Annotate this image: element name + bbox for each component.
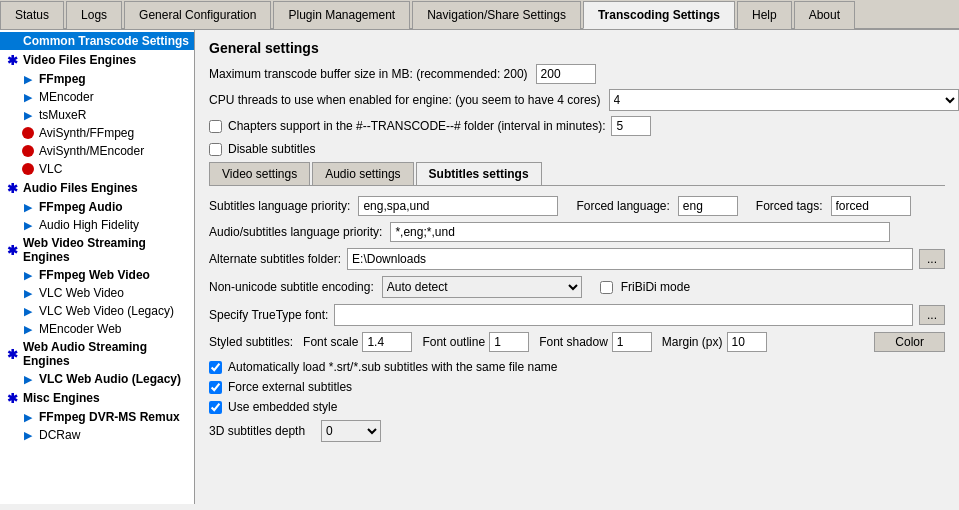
truetype-input[interactable] [334,304,913,326]
font-scale-label: Font scale [303,335,358,349]
tab-general-config[interactable]: General Configuration [124,1,271,29]
truetype-btn[interactable]: ... [919,305,945,325]
alt-folder-label: Alternate subtitles folder: [209,252,341,266]
tab-status[interactable]: Status [0,1,64,29]
sidebar-section-misc[interactable]: ✱ Misc Engines [0,388,194,408]
disable-subtitles-checkbox[interactable] [209,143,222,156]
non-unicode-select[interactable]: Auto detect [382,276,582,298]
sidebar-item-vlc-web-audio[interactable]: ▶ VLC Web Audio (Legacy) [0,370,194,388]
sidebar-item-tsmuxer[interactable]: ▶ tsMuxeR [0,106,194,124]
sidebar-item-mencoder-web[interactable]: ▶ MEncoder Web [0,320,194,338]
star-icon: ✱ [4,52,20,68]
margin-item: Margin (px) [662,332,767,352]
sidebar-item-vlc[interactable]: VLC [0,160,194,178]
sidebar-item-avisynth-mencoder[interactable]: AviSynth/MEncoder [0,142,194,160]
use-embedded-checkbox[interactable] [209,401,222,414]
depth-3d-row: 3D subtitles depth 0 [209,420,945,442]
arrow-icon: ▶ [20,199,36,215]
chapters-input[interactable] [611,116,651,136]
sidebar-section-web-video[interactable]: ✱ Web Video Streaming Engines [0,234,194,266]
depth-3d-label: 3D subtitles depth [209,424,305,438]
alt-folder-input[interactable] [347,248,913,270]
tab-plugin-mgmt[interactable]: Plugin Management [273,1,410,29]
selected-icon [4,33,20,49]
sidebar-item-audio-high-fidelity[interactable]: ▶ Audio High Fidelity [0,216,194,234]
audio-sub-lang-input[interactable] [390,222,890,242]
sidebar-item-mencoder[interactable]: ▶ MEncoder [0,88,194,106]
star-icon: ✱ [4,242,20,258]
subtitles-panel: Subtitles language priority: Forced lang… [209,196,945,442]
sidebar-item-ffmpeg-web-video[interactable]: ▶ FFmpeg Web Video [0,266,194,284]
tab-help[interactable]: Help [737,1,792,29]
star-icon: ✱ [4,346,20,362]
sidebar-section-video-files[interactable]: ✱ Video Files Engines [0,50,194,70]
sidebar-item-dcraw[interactable]: ▶ DCRaw [0,426,194,444]
sub-tab-subtitles[interactable]: Subtitles settings [416,162,542,185]
tab-transcoding[interactable]: Transcoding Settings [583,1,735,29]
font-outline-item: Font outline [422,332,529,352]
sub-tab-audio[interactable]: Audio settings [312,162,413,185]
chapters-checkbox[interactable] [209,120,222,133]
cpu-select[interactable]: 4 [609,89,959,111]
tab-logs[interactable]: Logs [66,1,122,29]
star-icon: ✱ [4,180,20,196]
sidebar-item-ffmpeg-audio[interactable]: ▶ FFmpeg Audio [0,198,194,216]
sidebar-item-common[interactable]: Common Transcode Settings [0,32,194,50]
arrow-icon: ▶ [20,303,36,319]
auto-load-row: Automatically load *.srt/*.sub subtitles… [209,360,945,374]
font-shadow-input[interactable] [612,332,652,352]
fribidi-label: FriBiDi mode [621,280,690,294]
non-unicode-row: Non-unicode subtitle encoding: Auto dete… [209,276,945,298]
alt-folder-btn[interactable]: ... [919,249,945,269]
auto-load-label: Automatically load *.srt/*.sub subtitles… [228,360,557,374]
subtitles-lang-input[interactable] [358,196,558,216]
margin-input[interactable] [727,332,767,352]
truetype-label: Specify TrueType font: [209,308,328,322]
depth-3d-select[interactable]: 0 [321,420,381,442]
cpu-row: CPU threads to use when enabled for engi… [209,89,945,111]
sidebar-section-audio-files[interactable]: ✱ Audio Files Engines [0,178,194,198]
styled-subtitles-label: Styled subtitles: [209,335,293,349]
subtitles-lang-row: Subtitles language priority: Forced lang… [209,196,945,216]
disable-subtitles-label: Disable subtitles [228,142,315,156]
sidebar-item-vlc-web-video[interactable]: ▶ VLC Web Video [0,284,194,302]
forced-tags-input[interactable] [831,196,911,216]
arrow-icon: ▶ [20,371,36,387]
sidebar-item-ffmpeg-dvr-ms[interactable]: ▶ FFmpeg DVR-MS Remux [0,408,194,426]
forced-lang-input[interactable] [678,196,738,216]
sub-tab-bar: Video settings Audio settings Subtitles … [209,162,945,186]
subtitles-lang-label: Subtitles language priority: [209,199,350,213]
auto-load-checkbox[interactable] [209,361,222,374]
page-title: General settings [209,40,945,56]
font-scale-input[interactable] [362,332,412,352]
force-external-row: Force external subtitles [209,380,945,394]
fribidi-checkbox[interactable] [600,281,613,294]
buffer-input[interactable] [536,64,596,84]
sidebar-section-web-audio[interactable]: ✱ Web Audio Streaming Engines [0,338,194,370]
styled-subtitles-row: Styled subtitles: Font scale Font outlin… [209,332,945,352]
sidebar-item-vlc-web-video-legacy[interactable]: ▶ VLC Web Video (Legacy) [0,302,194,320]
use-embedded-row: Use embedded style [209,400,945,414]
sidebar-item-avisynth-ffmpeg[interactable]: AviSynth/FFmpeg [0,124,194,142]
font-shadow-item: Font shadow [539,332,652,352]
force-external-checkbox[interactable] [209,381,222,394]
content-area: General settings Maximum transcode buffe… [195,30,959,504]
color-button[interactable]: Color [874,332,945,352]
arrow-icon: ▶ [20,89,36,105]
forced-lang-label: Forced language: [576,199,669,213]
sub-tab-video[interactable]: Video settings [209,162,310,185]
font-shadow-label: Font shadow [539,335,608,349]
sidebar-item-ffmpeg[interactable]: ▶ FFmpeg [0,70,194,88]
font-outline-input[interactable] [489,332,529,352]
font-outline-label: Font outline [422,335,485,349]
arrow-icon: ▶ [20,285,36,301]
alt-folder-row: Alternate subtitles folder: ... [209,248,945,270]
buffer-row: Maximum transcode buffer size in MB: (re… [209,64,945,84]
sidebar: Common Transcode Settings ✱ Video Files … [0,30,195,504]
force-external-label: Force external subtitles [228,380,352,394]
tab-nav-share[interactable]: Navigation/Share Settings [412,1,581,29]
block-icon [20,125,36,141]
tab-about[interactable]: About [794,1,855,29]
arrow-icon: ▶ [20,321,36,337]
arrow-icon: ▶ [20,217,36,233]
